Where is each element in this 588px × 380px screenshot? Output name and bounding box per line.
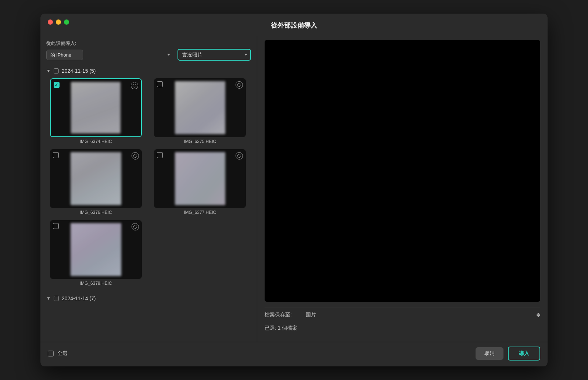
chevron-icon-2: ▼ xyxy=(46,296,51,301)
photo-item-3[interactable]: IMG_6376.HEIC xyxy=(46,149,146,215)
import-dialog: 從外部設備導入 從此設備導入: 的 iPhone 實況照片 照片 xyxy=(40,14,548,366)
left-panel: 從此設備導入: 的 iPhone 實況照片 照片 影片 所有 xyxy=(40,36,257,342)
save-location-row: 檔案保存至: 圖片 xyxy=(265,308,540,322)
bottom-right: 取消 導入 xyxy=(476,347,540,361)
live-photo-icon-1 xyxy=(131,82,138,89)
photo-filename-4: IMG_6377.HEIC xyxy=(184,210,216,215)
thumb-checkbox-3[interactable] xyxy=(53,152,59,158)
bottom-left: 全選 xyxy=(48,350,68,357)
photo-filename-1: IMG_6374.HEIC xyxy=(80,139,112,144)
photo-image-4 xyxy=(175,152,226,205)
thumb-inner-2 xyxy=(154,78,246,137)
chevron-icon: ▼ xyxy=(46,68,51,74)
photo-item-2[interactable]: IMG_6375.HEIC xyxy=(151,78,250,144)
photo-thumb-wrapper-5 xyxy=(50,220,142,279)
photo-thumb-4 xyxy=(154,149,246,208)
photo-scroll-area[interactable]: ▼ 2024-11-15 (5) xyxy=(46,66,251,337)
photo-thumb-wrapper-3 xyxy=(50,149,142,208)
device-section-label: 從此設備導入: xyxy=(46,40,251,47)
photo-thumb-3 xyxy=(50,149,142,208)
type-select-wrapper: 實況照片 照片 影片 所有 xyxy=(178,49,251,61)
select-all-label: 全選 xyxy=(57,350,68,357)
device-select-wrapper: 的 iPhone xyxy=(46,50,174,60)
photo-thumb-5 xyxy=(50,220,142,279)
cancel-button[interactable]: 取消 xyxy=(476,347,503,360)
photo-image-5 xyxy=(71,223,121,276)
close-button[interactable] xyxy=(48,19,53,25)
right-panel: 檔案保存至: 圖片 已選: 1 個檔案 xyxy=(257,36,548,342)
date-group-checkbox-1[interactable] xyxy=(54,68,59,74)
selected-count: 已選: 1 個檔案 xyxy=(265,322,540,337)
save-location-chevrons[interactable] xyxy=(537,313,540,317)
save-location-value: 圖片 xyxy=(306,312,537,318)
photo-grid-1: IMG_6374.HEIC xyxy=(46,78,250,286)
live-photo-icon-3 xyxy=(132,152,139,159)
bottom-bar: 全選 取消 導入 xyxy=(40,342,548,366)
date-group-checkbox-2[interactable] xyxy=(54,296,59,301)
photo-filename-2: IMG_6375.HEIC xyxy=(184,139,216,144)
chevron-down-icon xyxy=(537,315,540,317)
date-group-header-1[interactable]: ▼ 2024-11-15 (5) xyxy=(46,66,250,76)
photo-thumb-2 xyxy=(154,78,246,137)
chevron-up-icon xyxy=(537,313,540,315)
photo-image-2 xyxy=(175,81,226,134)
thumb-inner-4 xyxy=(154,149,246,208)
photo-item-4[interactable]: IMG_6377.HEIC xyxy=(151,149,250,215)
thumb-inner-1 xyxy=(51,79,141,136)
photo-thumb-wrapper-4 xyxy=(154,149,246,208)
dialog-title: 從外部設備導入 xyxy=(48,19,540,33)
preview-area xyxy=(265,40,540,302)
device-select[interactable]: 的 iPhone xyxy=(46,50,83,60)
thumb-checkbox-1[interactable] xyxy=(54,82,60,88)
minimize-button[interactable] xyxy=(56,19,61,25)
photo-filename-5: IMG_6378.HEIC xyxy=(80,281,112,286)
photo-item-1[interactable]: IMG_6374.HEIC xyxy=(46,78,146,144)
photo-image-1 xyxy=(71,82,121,133)
type-select[interactable]: 實況照片 照片 影片 所有 xyxy=(178,49,251,61)
thumb-inner-3 xyxy=(50,149,142,208)
photo-item-5[interactable]: IMG_6378.HEIC xyxy=(46,220,146,286)
window-controls xyxy=(48,19,69,25)
photo-thumb-wrapper-2 xyxy=(154,78,246,137)
controls-row: 的 iPhone 實況照片 照片 影片 所有 xyxy=(46,49,251,61)
maximize-button[interactable] xyxy=(64,19,69,25)
date-group-label-2: 2024-11-14 (7) xyxy=(62,295,96,301)
save-location-label: 檔案保存至: xyxy=(265,312,301,318)
photo-thumb-1 xyxy=(50,78,142,137)
live-photo-icon-5 xyxy=(132,223,139,230)
thumb-inner-5 xyxy=(50,220,142,279)
photo-thumb-wrapper-1 xyxy=(50,78,142,137)
photo-filename-3: IMG_6376.HEIC xyxy=(80,210,112,215)
import-button[interactable]: 導入 xyxy=(508,347,540,361)
thumb-checkbox-2[interactable] xyxy=(157,81,163,87)
date-group-label-1: 2024-11-15 (5) xyxy=(62,68,96,74)
title-bar: 從外部設備導入 xyxy=(40,14,548,36)
date-group-header-2[interactable]: ▼ 2024-11-14 (7) xyxy=(46,293,250,304)
dialog-body: 從此設備導入: 的 iPhone 實況照片 照片 影片 所有 xyxy=(40,36,548,342)
thumb-checkbox-4[interactable] xyxy=(157,152,163,158)
photo-image-3 xyxy=(71,152,121,205)
device-section: 從此設備導入: 的 iPhone 實況照片 照片 影片 所有 xyxy=(46,40,251,61)
select-all-checkbox[interactable] xyxy=(48,351,54,356)
thumb-checkbox-5[interactable] xyxy=(53,223,59,229)
